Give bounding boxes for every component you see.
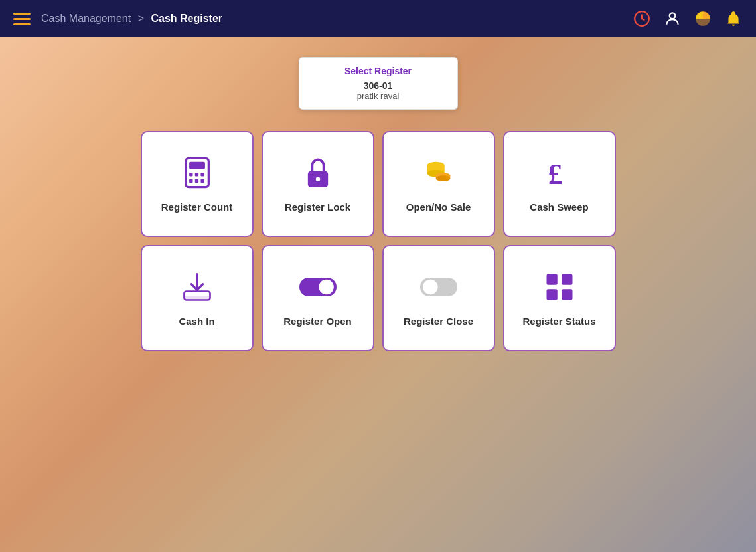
register-close-card[interactable]: Register Close xyxy=(382,245,495,351)
svg-point-27 xyxy=(423,280,437,294)
svg-point-19 xyxy=(435,176,450,182)
register-selector[interactable]: Select Register 306-01 pratik raval xyxy=(299,57,458,110)
breadcrumb: Cash Management > Cash Register xyxy=(41,13,222,25)
svg-rect-31 xyxy=(562,290,572,300)
toggle-on-icon xyxy=(299,268,337,306)
register-status-card[interactable]: Register Status xyxy=(503,245,616,351)
register-user: pratik raval xyxy=(310,91,447,101)
svg-rect-9 xyxy=(200,179,204,183)
svg-rect-29 xyxy=(562,274,572,285)
svg-rect-3 xyxy=(189,162,205,169)
lock-icon xyxy=(299,154,337,191)
header-right xyxy=(633,9,743,28)
main-content: Select Register 306-01 pratik raval Regi… xyxy=(0,37,756,351)
calculator-icon xyxy=(179,154,216,191)
hamburger-icon[interactable] xyxy=(13,13,31,25)
register-count-card[interactable]: Register Count xyxy=(141,131,254,237)
cash-sweep-card[interactable]: £ Cash Sweep xyxy=(503,131,616,237)
svg-rect-8 xyxy=(194,179,198,183)
header: Cash Management > Cash Register xyxy=(0,0,756,37)
select-register-label: Select Register xyxy=(310,66,447,76)
coins-icon xyxy=(420,154,457,191)
svg-rect-22 xyxy=(184,296,210,300)
register-id: 306-01 xyxy=(310,80,447,91)
svg-point-1 xyxy=(670,13,676,19)
clock-icon[interactable] xyxy=(633,9,651,28)
bell-icon[interactable] xyxy=(724,9,743,28)
register-open-card[interactable]: Register Open xyxy=(262,245,374,351)
header-left: Cash Management > Cash Register xyxy=(13,13,222,25)
svg-point-25 xyxy=(319,280,333,294)
grid-icon xyxy=(541,268,578,306)
breadcrumb-parent[interactable]: Cash Management xyxy=(41,13,131,24)
pie-chart-icon[interactable] xyxy=(694,9,712,28)
register-close-label: Register Close xyxy=(404,315,473,328)
svg-point-11 xyxy=(315,177,320,182)
svg-rect-7 xyxy=(189,179,192,183)
register-lock-label: Register Lock xyxy=(285,201,350,214)
breadcrumb-separator: > xyxy=(138,13,144,24)
cash-in-card[interactable]: Cash In xyxy=(141,245,254,351)
action-grid: Register Count Register Lock xyxy=(141,131,616,351)
register-status-label: Register Status xyxy=(522,315,595,328)
svg-rect-6 xyxy=(200,173,204,176)
person-icon[interactable] xyxy=(663,9,682,28)
svg-rect-5 xyxy=(194,173,198,176)
register-lock-card[interactable]: Register Lock xyxy=(262,131,374,237)
svg-rect-4 xyxy=(189,173,192,176)
cash-sweep-label: Cash Sweep xyxy=(530,201,588,214)
register-count-label: Register Count xyxy=(161,201,233,214)
breadcrumb-current: Cash Register xyxy=(151,13,222,24)
register-open-label: Register Open xyxy=(283,315,352,328)
pound-icon: £ xyxy=(541,154,578,191)
open-no-sale-label: Open/No Sale xyxy=(406,201,471,214)
svg-rect-30 xyxy=(546,290,557,300)
svg-rect-28 xyxy=(546,274,557,285)
cash-in-label: Cash In xyxy=(179,315,214,328)
cash-in-icon xyxy=(179,268,216,306)
open-no-sale-card[interactable]: Open/No Sale xyxy=(382,131,495,237)
svg-text:£: £ xyxy=(548,159,562,191)
toggle-off-icon xyxy=(420,268,457,306)
svg-point-16 xyxy=(427,162,444,169)
